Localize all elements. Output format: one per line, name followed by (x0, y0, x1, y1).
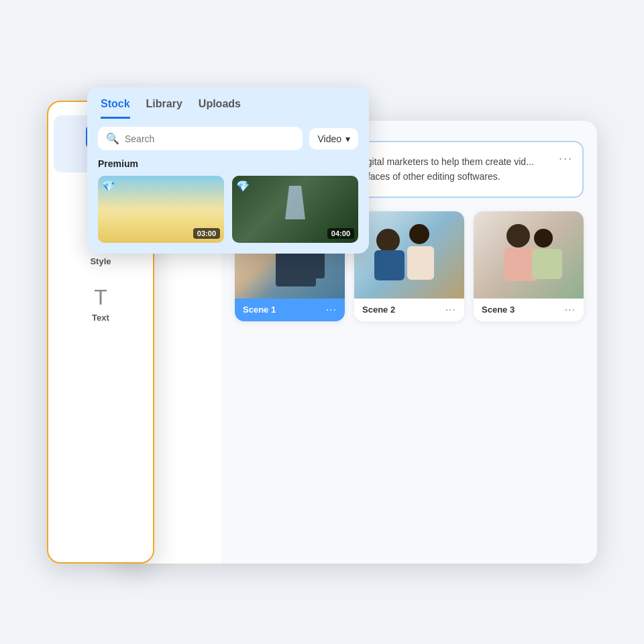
scene-more-1[interactable]: ··· (326, 304, 337, 316)
tab-library[interactable]: Library (146, 98, 182, 119)
tab-stock[interactable]: Stock (101, 98, 130, 119)
scene-footer-2: Scene 2 ··· (354, 299, 464, 321)
text-icon: T (94, 285, 107, 310)
video-duration-cocktail: 04:00 (327, 228, 354, 239)
scene-label-3: Scene 3 (482, 305, 515, 315)
premium-section: Premium 💎 03:00 💎 04:00 (87, 158, 369, 243)
video-filter-label: Video (317, 133, 341, 144)
video-thumb-cocktail[interactable]: 💎 04:00 (232, 176, 358, 243)
scene-footer-1: Scene 1 ··· (235, 299, 345, 321)
video-filter-dropdown[interactable]: Video ▾ (309, 128, 358, 150)
chevron-down-icon: ▾ (345, 133, 350, 144)
video-thumbs: 💎 03:00 💎 04:00 (98, 176, 358, 243)
scene-footer-3: Scene 3 ··· (474, 299, 584, 321)
scene-thumb-2[interactable] (354, 211, 464, 299)
sidebar-label-text: Text (92, 313, 109, 323)
premium-badge-cocktail: 💎 (236, 180, 250, 193)
scene-label-2: Scene 2 (362, 305, 395, 315)
scene-more-2[interactable]: ··· (445, 304, 456, 316)
scene-card-2: Scene 2 ··· (354, 211, 464, 321)
description-more-button[interactable]: ··· (559, 152, 573, 166)
sidebar-label-style: Style (90, 256, 111, 266)
search-icon: 🔍 (106, 132, 119, 145)
video-thumb-beach[interactable]: 💎 03:00 (98, 176, 224, 243)
video-duration-beach: 03:00 (193, 228, 220, 239)
scene-more-3[interactable]: ··· (565, 304, 576, 316)
search-input-wrap[interactable]: 🔍 (98, 127, 303, 150)
media-dropdown-panel: Stock Library Uploads 🔍 Video ▾ Premium … (87, 87, 369, 254)
scene-thumb-3[interactable] (474, 211, 584, 299)
tab-uploads[interactable]: Uploads (199, 98, 241, 119)
dropdown-tabs: Stock Library Uploads (87, 87, 369, 119)
sidebar-item-text[interactable]: T Text (48, 276, 153, 332)
scene-card-3: Scene 3 ··· (474, 211, 584, 321)
premium-badge-beach: 💎 (102, 180, 115, 193)
premium-label: Premium (98, 158, 358, 169)
scene-label-1: Scene 1 (243, 305, 276, 315)
search-input[interactable] (125, 133, 294, 144)
search-row: 🔍 Video ▾ (87, 119, 369, 158)
